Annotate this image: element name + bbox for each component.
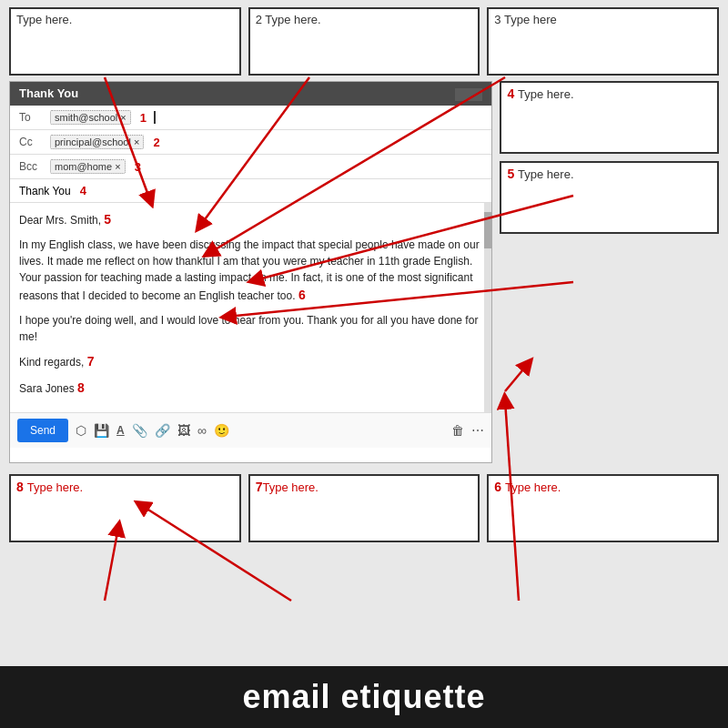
signature-line: Sara Jones 8 [19,379,482,398]
email-subject-field[interactable]: Thank You 4 [10,179,491,203]
emoji-icon[interactable]: 🙂 [214,423,229,438]
email-header: Thank You [10,82,491,106]
right-boxes: 4 Type here. 5 Type here. [500,81,719,463]
trash-icon[interactable]: 🗑 [451,423,464,438]
footer-banner: email etiquette [0,666,728,728]
cc-num: 2 [153,136,159,149]
email-body-wrapper: Dear Mrs. Smith, 5 In my English class, … [10,203,491,412]
email-bcc-field[interactable]: Bcc mom@home × 3 [10,155,491,179]
footer-text: email etiquette [242,678,485,716]
closing-line: Kind regards, 7 [19,352,482,371]
bottom-box-6[interactable]: 6 Type here. [487,474,719,542]
email-title: Thank You [19,86,78,101]
top-box-1[interactable]: Type here. [9,7,241,76]
email-header-tab [455,88,482,101]
more-icon[interactable]: ∞ [197,423,207,438]
bcc-num: 3 [135,160,141,174]
format-icon[interactable]: A [116,424,125,437]
right-box-5[interactable]: 5 Type here. [500,161,719,234]
top-box-2-label: 2 Type here. [256,13,321,26]
save-draft-icon[interactable]: 💾 [94,423,109,438]
top-box-3[interactable]: 3 Type here [487,7,719,76]
body-num6: 6 [298,288,306,302]
email-body[interactable]: Dear Mrs. Smith, 5 In my English class, … [10,203,491,412]
top-row: Type here. 2 Type here. 3 Type here [0,0,728,76]
link-icon[interactable]: 🔗 [155,423,170,438]
cc-tag: principal@school × [50,135,144,149]
top-box-1-label: Type here. [16,13,72,26]
scrollbar-thumb[interactable] [484,212,491,248]
subject-value: Thank You [19,185,71,197]
top-box-3-label: 3 Type here [494,13,556,26]
signature-num: 8 [77,380,85,395]
body-num5: 5 [104,212,111,227]
email-toolbar: Send ⬡ 💾 A 📎 🔗 🖼 ∞ 🙂 🗑 ⋯ [10,412,491,448]
bcc-label: Bcc [19,160,45,173]
bottom-box-7[interactable]: 7Type here. [248,474,480,542]
image-icon[interactable]: 🖼 [177,423,190,438]
subject-num: 4 [80,184,86,197]
middle-section: Thank You To smith@school × 1 Cc princip… [0,76,728,463]
dropbox-icon[interactable]: ⬡ [76,423,86,438]
to-tag: smith@school × [50,110,131,125]
attachment-icon[interactable]: 📎 [132,423,147,438]
right-box-4[interactable]: 4 Type here. [500,81,719,154]
email-cc-field[interactable]: Cc principal@school × 2 [10,130,491,155]
expand-icon[interactable]: ⋯ [471,423,484,438]
salutation: Dear Mrs. Smith, 5 [19,210,482,229]
top-box-2[interactable]: 2 Type here. [248,7,480,76]
send-button[interactable]: Send [17,419,68,442]
bottom-row: 8 Type here. 7Type here. 6 Type here. [0,467,728,542]
email-scrollbar[interactable] [484,203,491,412]
to-label: To [19,111,45,124]
to-num: 1 [140,111,147,125]
body-paragraph-1: In my English class, we have been discus… [19,237,482,305]
body-paragraph-2: I hope you're doing well, and I would lo… [19,312,482,345]
bcc-tag: mom@home × [50,159,126,174]
cc-label: Cc [19,136,45,148]
email-to-field[interactable]: To smith@school × 1 [10,106,491,130]
email-compose-window: Thank You To smith@school × 1 Cc princip… [9,81,492,463]
closing-num: 7 [87,354,95,369]
bottom-box-8[interactable]: 8 Type here. [9,474,241,542]
